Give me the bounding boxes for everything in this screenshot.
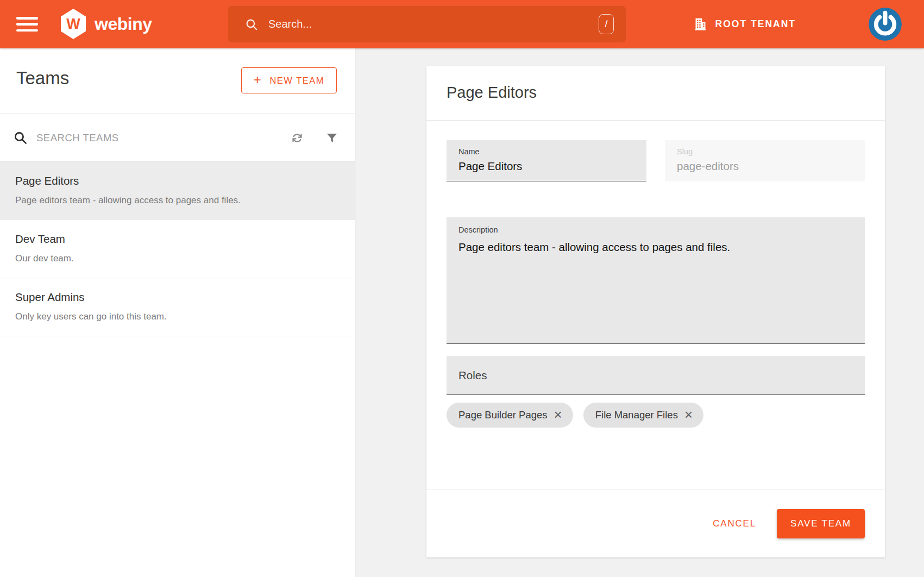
filter-icon[interactable] — [325, 131, 339, 145]
global-search-input[interactable] — [268, 18, 599, 30]
chip-label: File Manager Files — [595, 409, 678, 421]
logo-initial: W — [66, 16, 80, 33]
app-header: W webiny / ROOT TENANT — [0, 0, 924, 48]
tenant-selector[interactable]: ROOT TENANT — [693, 0, 796, 48]
team-name: Super Admins — [15, 291, 339, 304]
description-field-label: Description — [458, 225, 853, 234]
slug-input — [677, 160, 853, 173]
global-search[interactable]: / — [228, 6, 626, 42]
chip-close-icon[interactable]: × — [554, 407, 562, 422]
search-icon — [244, 17, 259, 32]
roles-field-label: Roles — [458, 369, 487, 382]
user-avatar[interactable] — [869, 8, 902, 41]
shortcut-slash-badge: / — [599, 14, 614, 34]
name-field[interactable]: Name — [447, 140, 646, 181]
team-description: Page editors team - allowing access to p… — [15, 195, 339, 206]
form-header: Page Editors — [426, 66, 885, 121]
new-team-label: NEW TEAM — [269, 76, 324, 86]
teams-panel-header: Teams + NEW TEAM — [0, 48, 355, 114]
tenant-label: ROOT TENANT — [715, 18, 796, 30]
teams-list-panel: Teams + NEW TEAM Page Editors Page edito… — [0, 48, 356, 577]
webiny-brand[interactable]: W webiny — [60, 9, 152, 39]
team-list-item-dev-team[interactable]: Dev Team Our dev team. — [0, 220, 355, 278]
description-textarea[interactable]: Page editors team - allowing access to p… — [458, 241, 853, 333]
team-form-card: Page Editors Name Slug Description Page … — [426, 66, 885, 557]
name-field-label: Name — [458, 147, 634, 156]
form-title: Page Editors — [447, 84, 537, 102]
new-team-button[interactable]: + NEW TEAM — [241, 67, 337, 93]
name-input[interactable] — [458, 160, 634, 173]
refresh-icon[interactable] — [290, 131, 304, 145]
menu-icon[interactable] — [16, 17, 38, 32]
plus-icon: + — [254, 72, 262, 87]
search-icon — [13, 130, 28, 145]
form-footer: CANCEL SAVE TEAM — [426, 490, 885, 557]
chip-close-icon[interactable]: × — [684, 407, 693, 422]
team-description: Our dev team. — [15, 253, 339, 264]
team-name: Dev Team — [15, 233, 339, 246]
team-details-area: Page Editors Name Slug Description Page … — [356, 48, 924, 577]
teams-search-bar — [0, 114, 355, 162]
slug-field-label: Slug — [677, 147, 853, 156]
team-description: Only key users can go into this team. — [15, 311, 339, 322]
webiny-logo-icon: W — [60, 9, 87, 39]
power-gravatar-icon — [869, 8, 902, 41]
team-name: Page Editors — [15, 174, 339, 187]
brand-wordmark: webiny — [95, 14, 152, 34]
team-list-item-page-editors[interactable]: Page Editors Page editors team - allowin… — [0, 162, 355, 220]
slug-field: Slug — [665, 140, 865, 181]
save-team-button[interactable]: SAVE TEAM — [777, 509, 865, 538]
cancel-button[interactable]: CANCEL — [699, 509, 770, 538]
teams-search-input[interactable] — [36, 132, 269, 144]
building-icon — [693, 17, 708, 32]
role-chip-page-builder-pages[interactable]: Page Builder Pages × — [447, 403, 573, 428]
description-field[interactable]: Description Page editors team - allowing… — [447, 217, 865, 344]
roles-field[interactable]: Roles — [447, 356, 865, 395]
chip-label: Page Builder Pages — [458, 409, 548, 421]
team-list-item-super-admins[interactable]: Super Admins Only key users can go into … — [0, 278, 355, 336]
page-title: Teams — [16, 68, 69, 89]
role-chip-file-manager-files[interactable]: File Manager Files × — [583, 403, 703, 428]
